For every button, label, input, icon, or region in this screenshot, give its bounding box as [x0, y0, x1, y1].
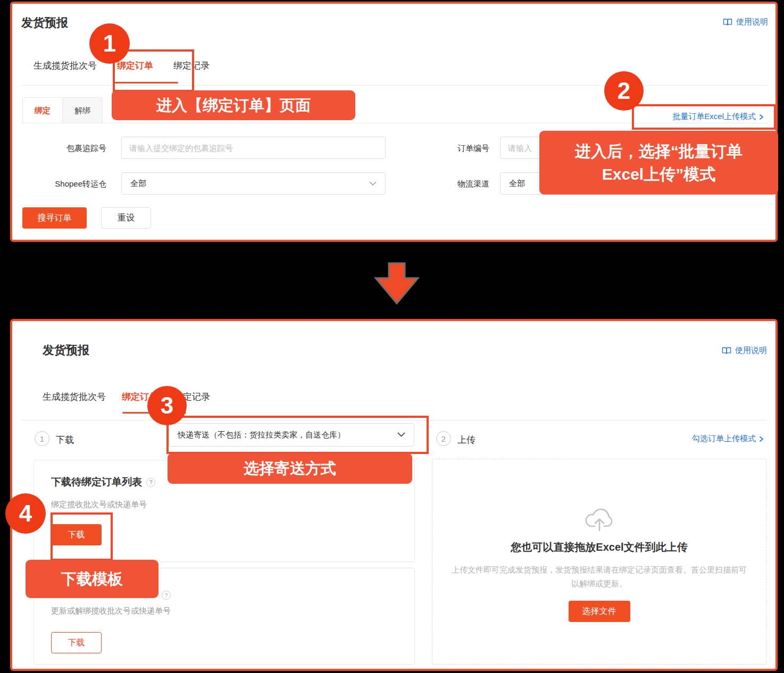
package-tracking-input[interactable] — [121, 137, 386, 159]
transfer-warehouse-label: Shopee转运仓 — [21, 179, 106, 189]
logistics-channel-label: 物流渠道 — [404, 179, 489, 189]
download-template-button[interactable]: 下载 — [51, 632, 102, 653]
badge-step1: 1 — [89, 23, 130, 64]
highlight-shipping-method-select — [166, 416, 429, 454]
highlight-excel-mode-link — [632, 104, 776, 130]
annotation-step1: 进入【绑定订单】页面 — [112, 90, 355, 120]
book-icon — [722, 347, 731, 355]
chevron-right-icon — [759, 436, 764, 442]
cloud-upload-icon — [432, 503, 766, 533]
package-tracking-label: 包裹追踪号 — [21, 144, 106, 154]
help-icon[interactable] — [162, 591, 171, 600]
subtab-unbind[interactable]: 解绑 — [63, 97, 103, 123]
chevron-down-icon — [369, 181, 377, 186]
tab-generate-pickup-batch[interactable]: 生成揽货批次号 — [34, 60, 97, 72]
usage-guide-link[interactable]: 使用说明 — [723, 17, 768, 27]
search-orders-button[interactable]: 搜寻订单 — [22, 207, 87, 229]
sub-tabs: 绑定 解绑 — [22, 97, 103, 123]
annotation-step2: 进入后，选择“批量订单 Excel上传”模式 — [539, 131, 778, 195]
step-number-1: 1 — [35, 431, 49, 446]
highlight-download-button — [51, 512, 113, 561]
annotation-step3: 选择寄送方式 — [168, 453, 412, 484]
tick-order-upload-mode-link[interactable]: 勾选订单上传模式 — [692, 434, 764, 444]
shipping-forecast-panel-step2: 发货预报 使用说明 生成揽货批次号 绑定订单 绑定记录 1 下载 快递寄送（不包… — [10, 319, 778, 671]
annotation-step4: 下载模板 — [26, 560, 159, 598]
transfer-warehouse-select[interactable]: 全部 — [121, 172, 386, 195]
badge-step4: 4 — [5, 493, 46, 534]
pending-box-title: 下载待绑定订单列表 — [51, 475, 142, 489]
badge-step2: 2 — [604, 71, 644, 111]
step-number-2: 2 — [436, 431, 451, 446]
page-title: 发货预报 — [43, 342, 89, 358]
choose-file-button[interactable]: 选择文件 — [569, 601, 630, 622]
pending-box-subtitle: 绑定揽收批次号或快递单号 — [51, 500, 147, 510]
update-box-subtitle: 更新或解绑揽收批次号或快递单号 — [51, 606, 171, 616]
subtab-bind[interactable]: 绑定 — [22, 97, 63, 123]
badge-step3: 3 — [147, 386, 187, 425]
dropzone-sub-text: 上传文件即可完成发货预报，发货预报结果请在绑定记录页面查看。首公里扫描前可以解绑… — [451, 563, 748, 590]
usage-guide-link[interactable]: 使用说明 — [722, 346, 767, 356]
help-icon[interactable] — [146, 478, 155, 487]
tab-generate-pickup-batch[interactable]: 生成揽货批次号 — [43, 391, 106, 403]
step-download-label: 下载 — [56, 434, 74, 446]
down-arrow-icon — [372, 262, 421, 308]
dropzone-main-text: 您也可以直接拖放Excel文件到此上传 — [432, 540, 766, 554]
page-title: 发货预报 — [21, 15, 68, 31]
book-icon — [723, 18, 732, 26]
step-upload-label: 上传 — [457, 434, 476, 446]
order-number-label: 订单编号 — [404, 144, 489, 154]
reset-button[interactable]: 重设 — [101, 207, 151, 229]
excel-dropzone[interactable]: 您也可以直接拖放Excel文件到此上传 上传文件即可完成发货预报，发货预报结果请… — [432, 459, 766, 664]
